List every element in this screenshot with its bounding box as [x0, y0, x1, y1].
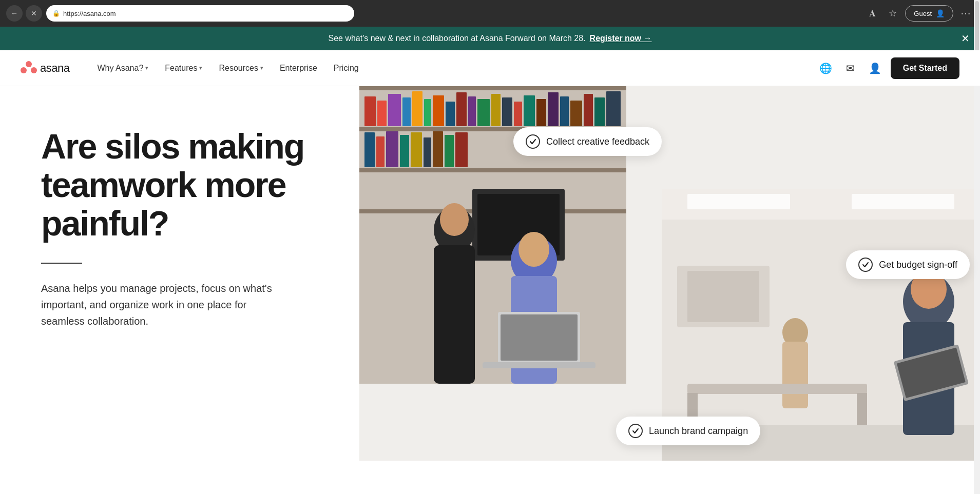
mail-icon: ✉ [846, 62, 855, 74]
announcement-banner: See what's new & next in collaboration a… [0, 27, 980, 50]
checkmark-icon [862, 261, 869, 268]
read-aloud-icon: 𝐀 [869, 8, 876, 19]
svg-rect-32 [424, 137, 431, 167]
svg-rect-8 [402, 97, 411, 126]
svg-rect-19 [524, 95, 535, 126]
svg-rect-34 [445, 135, 454, 167]
feedback-card-label: Collect creative feedback [546, 136, 649, 147]
launch-card: Launch brand campaign [616, 417, 760, 445]
logo-dot-top [26, 61, 32, 67]
svg-rect-25 [594, 97, 605, 126]
checkmark-icon [529, 138, 536, 145]
browser-controls: ← ✕ [6, 5, 42, 22]
read-aloud-button[interactable]: 𝐀 [864, 5, 880, 22]
svg-rect-22 [560, 96, 569, 126]
svg-rect-18 [514, 102, 522, 126]
svg-rect-17 [502, 97, 512, 126]
hero-image-collage: Collect creative feedback Get budget sig… [359, 86, 980, 461]
svg-rect-15 [477, 99, 490, 126]
back-button[interactable]: ← [6, 5, 23, 22]
svg-rect-35 [455, 132, 468, 167]
nav-right-actions: 🌐 ✉ 👤 Get Started [817, 57, 959, 79]
close-tab-button[interactable]: ✕ [26, 5, 42, 22]
back-icon: ← [11, 9, 18, 17]
star-icon: ☆ [889, 8, 897, 19]
svg-rect-59 [687, 384, 867, 394]
svg-rect-10 [424, 99, 431, 126]
get-started-button[interactable]: Get Started [891, 57, 959, 79]
nav-features[interactable]: Features ▾ [158, 60, 209, 77]
more-icon: ⋯ [960, 7, 971, 19]
svg-rect-29 [386, 131, 398, 167]
svg-rect-21 [548, 92, 559, 126]
main-content: Are silos making teamwork more painful? … [0, 86, 980, 461]
svg-rect-7 [388, 94, 401, 126]
lock-icon: 🔒 [52, 10, 60, 17]
svg-rect-31 [411, 132, 422, 167]
chevron-down-icon: ▾ [260, 65, 263, 71]
svg-rect-39 [434, 245, 475, 384]
hero-subtext: Asana helps you manage projects, focus o… [41, 280, 287, 329]
svg-rect-13 [456, 92, 467, 126]
favorites-button[interactable]: ☆ [885, 5, 901, 22]
nav-resources[interactable]: Resources ▾ [212, 60, 270, 77]
svg-rect-11 [433, 95, 444, 126]
svg-rect-12 [446, 102, 455, 126]
more-options-button[interactable]: ⋯ [957, 5, 974, 22]
svg-rect-53 [782, 342, 808, 408]
svg-rect-61 [857, 393, 867, 425]
account-button[interactable]: 👤 [866, 59, 885, 77]
nav-why-asana[interactable]: Why Asana? ▾ [90, 60, 156, 77]
svg-rect-26 [606, 91, 621, 126]
svg-rect-16 [491, 94, 501, 126]
nav-links: Why Asana? ▾ Features ▾ Resources ▾ Ente… [90, 60, 816, 77]
svg-rect-23 [570, 101, 582, 126]
language-selector-button[interactable]: 🌐 [817, 59, 835, 77]
user-avatar-icon: 👤 [936, 9, 945, 17]
check-circle-icon [526, 134, 540, 149]
banner-register-link[interactable]: Register now → [590, 34, 652, 43]
banner-close-button[interactable]: ✕ [961, 32, 970, 45]
svg-rect-49 [687, 194, 790, 209]
svg-rect-46 [483, 362, 595, 368]
close-icon: ✕ [31, 9, 37, 17]
chevron-down-icon: ▾ [199, 65, 202, 71]
logo-wordmark: asana [40, 62, 69, 75]
check-circle-icon [628, 424, 643, 438]
svg-rect-27 [364, 132, 375, 167]
svg-rect-33 [433, 131, 443, 167]
get-started-label: Get Started [903, 64, 947, 72]
close-icon: ✕ [961, 33, 970, 44]
hero-left: Are silos making teamwork more painful? … [0, 86, 359, 461]
contact-button[interactable]: ✉ [841, 59, 860, 77]
svg-rect-63 [687, 271, 759, 322]
guest-profile-button[interactable]: Guest 👤 [905, 5, 953, 22]
svg-rect-50 [852, 194, 954, 209]
svg-rect-9 [412, 91, 422, 126]
globe-icon: 🌐 [819, 62, 832, 74]
guest-label: Guest [914, 10, 932, 17]
logo-dot-left [21, 67, 27, 73]
hero-divider [41, 263, 82, 264]
logo-dot-right [31, 67, 37, 73]
budget-card-label: Get budget sign-off [879, 260, 957, 270]
banner-text: See what's new & next in collaboration a… [328, 34, 585, 43]
checkmark-icon [632, 427, 639, 434]
svg-rect-20 [536, 99, 546, 126]
url-text: https://asana.com [63, 10, 116, 17]
svg-rect-1 [359, 86, 626, 90]
budget-card: Get budget sign-off [846, 250, 970, 279]
browser-right-controls: 𝐀 ☆ Guest 👤 ⋯ [864, 5, 974, 22]
main-nav: asana Why Asana? ▾ Features ▾ Resources … [0, 50, 980, 86]
svg-rect-3 [359, 168, 626, 172]
nav-enterprise[interactable]: Enterprise [273, 60, 324, 77]
hero-right: Collect creative feedback Get budget sig… [359, 86, 980, 461]
nav-pricing[interactable]: Pricing [326, 60, 366, 77]
hero-heading: Are silos making teamwork more painful? [41, 127, 329, 242]
launch-card-label: Launch brand campaign [649, 426, 748, 437]
svg-rect-14 [468, 96, 476, 126]
svg-rect-30 [400, 135, 409, 167]
address-bar[interactable]: 🔒 https://asana.com [46, 5, 354, 22]
asana-logo[interactable]: asana [21, 61, 69, 75]
svg-rect-5 [364, 96, 376, 126]
